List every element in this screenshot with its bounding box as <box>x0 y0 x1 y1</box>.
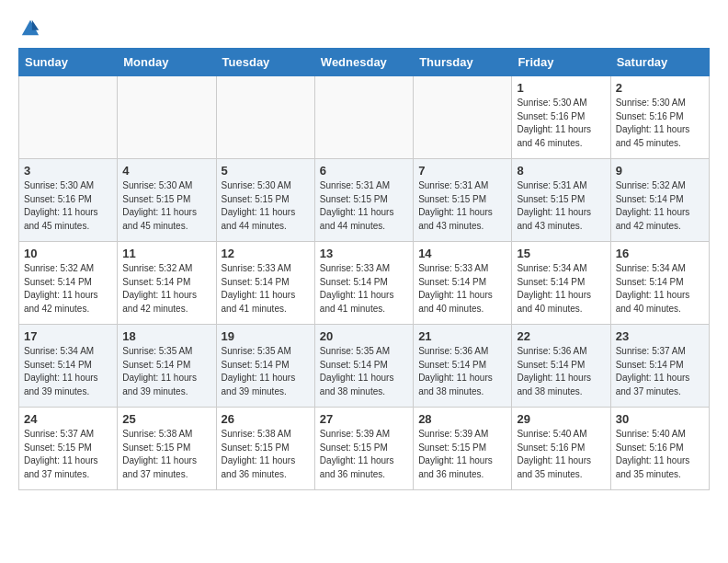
calendar-cell: 10Sunrise: 5:32 AM Sunset: 5:14 PM Dayli… <box>19 242 118 325</box>
calendar-cell: 29Sunrise: 5:40 AM Sunset: 5:16 PM Dayli… <box>512 408 610 490</box>
calendar-cell: 22Sunrise: 5:36 AM Sunset: 5:14 PM Dayli… <box>512 325 610 408</box>
day-number: 3 <box>24 164 112 178</box>
weekday-header: Wednesday <box>314 49 413 76</box>
day-info: Sunrise: 5:36 AM Sunset: 5:14 PM Dayligh… <box>418 345 506 398</box>
day-number: 10 <box>24 247 112 260</box>
day-info: Sunrise: 5:37 AM Sunset: 5:15 PM Dayligh… <box>24 428 112 481</box>
day-info: Sunrise: 5:37 AM Sunset: 5:14 PM Dayligh… <box>616 345 704 398</box>
weekday-header: Monday <box>118 49 216 76</box>
calendar-cell: 5Sunrise: 5:30 AM Sunset: 5:15 PM Daylig… <box>216 159 314 242</box>
weekday-header: Tuesday <box>216 49 314 76</box>
calendar-cell: 16Sunrise: 5:34 AM Sunset: 5:14 PM Dayli… <box>610 242 709 325</box>
day-number: 5 <box>222 164 310 178</box>
calendar-week-row: 10Sunrise: 5:32 AM Sunset: 5:14 PM Dayli… <box>19 242 710 325</box>
day-number: 18 <box>122 329 210 343</box>
day-number: 7 <box>418 164 506 178</box>
day-number: 6 <box>320 164 408 178</box>
calendar-week-row: 1Sunrise: 5:30 AM Sunset: 5:16 PM Daylig… <box>19 76 710 159</box>
calendar-cell: 9Sunrise: 5:32 AM Sunset: 5:14 PM Daylig… <box>610 159 709 242</box>
day-info: Sunrise: 5:32 AM Sunset: 5:14 PM Dayligh… <box>616 179 704 233</box>
calendar-cell: 20Sunrise: 5:35 AM Sunset: 5:14 PM Dayli… <box>314 325 413 408</box>
day-info: Sunrise: 5:35 AM Sunset: 5:14 PM Dayligh… <box>222 345 310 398</box>
weekday-header: Saturday <box>610 49 709 76</box>
calendar-cell: 7Sunrise: 5:31 AM Sunset: 5:15 PM Daylig… <box>414 159 512 242</box>
day-info: Sunrise: 5:40 AM Sunset: 5:16 PM Dayligh… <box>616 428 704 481</box>
day-info: Sunrise: 5:34 AM Sunset: 5:14 PM Dayligh… <box>517 262 605 316</box>
day-info: Sunrise: 5:30 AM Sunset: 5:15 PM Dayligh… <box>122 179 210 233</box>
day-info: Sunrise: 5:38 AM Sunset: 5:15 PM Dayligh… <box>222 428 310 481</box>
day-number: 25 <box>122 412 210 426</box>
calendar-cell: 12Sunrise: 5:33 AM Sunset: 5:14 PM Dayli… <box>216 242 314 325</box>
day-number: 13 <box>320 247 408 260</box>
day-number: 1 <box>517 81 605 95</box>
calendar-cell: 1Sunrise: 5:30 AM Sunset: 5:16 PM Daylig… <box>512 76 610 159</box>
calendar-week-row: 3Sunrise: 5:30 AM Sunset: 5:16 PM Daylig… <box>19 159 710 242</box>
day-number: 26 <box>222 412 310 426</box>
calendar-cell: 30Sunrise: 5:40 AM Sunset: 5:16 PM Dayli… <box>610 408 709 490</box>
day-info: Sunrise: 5:33 AM Sunset: 5:14 PM Dayligh… <box>320 262 408 316</box>
day-number: 4 <box>122 164 210 178</box>
day-number: 28 <box>418 412 506 426</box>
calendar-cell: 18Sunrise: 5:35 AM Sunset: 5:14 PM Dayli… <box>118 325 216 408</box>
calendar-cell: 3Sunrise: 5:30 AM Sunset: 5:16 PM Daylig… <box>19 159 118 242</box>
page-header <box>18 18 710 39</box>
logo <box>18 18 40 39</box>
calendar-week-row: 24Sunrise: 5:37 AM Sunset: 5:15 PM Dayli… <box>19 408 710 490</box>
calendar-cell: 25Sunrise: 5:38 AM Sunset: 5:15 PM Dayli… <box>118 408 216 490</box>
calendar-cell: 13Sunrise: 5:33 AM Sunset: 5:14 PM Dayli… <box>314 242 413 325</box>
day-info: Sunrise: 5:31 AM Sunset: 5:15 PM Dayligh… <box>418 179 506 233</box>
weekday-header: Thursday <box>414 49 512 76</box>
calendar-cell: 19Sunrise: 5:35 AM Sunset: 5:14 PM Dayli… <box>216 325 314 408</box>
calendar-cell: 23Sunrise: 5:37 AM Sunset: 5:14 PM Dayli… <box>610 325 709 408</box>
day-number: 9 <box>616 164 704 178</box>
weekday-header: Sunday <box>19 49 118 76</box>
day-info: Sunrise: 5:31 AM Sunset: 5:15 PM Dayligh… <box>320 179 408 233</box>
calendar-cell: 21Sunrise: 5:36 AM Sunset: 5:14 PM Dayli… <box>414 325 512 408</box>
calendar-cell: 6Sunrise: 5:31 AM Sunset: 5:15 PM Daylig… <box>314 159 413 242</box>
day-number: 14 <box>418 247 506 260</box>
day-number: 29 <box>517 412 605 426</box>
day-number: 23 <box>616 329 704 343</box>
calendar-header-row: SundayMondayTuesdayWednesdayThursdayFrid… <box>19 49 710 76</box>
calendar-cell: 8Sunrise: 5:31 AM Sunset: 5:15 PM Daylig… <box>512 159 610 242</box>
day-number: 8 <box>517 164 605 178</box>
day-number: 20 <box>320 329 408 343</box>
calendar-cell <box>414 76 512 159</box>
day-number: 21 <box>418 329 506 343</box>
calendar-cell <box>314 76 413 159</box>
calendar-cell <box>19 76 118 159</box>
day-number: 12 <box>222 247 310 260</box>
day-number: 27 <box>320 412 408 426</box>
day-number: 17 <box>24 329 112 343</box>
day-info: Sunrise: 5:35 AM Sunset: 5:14 PM Dayligh… <box>122 345 210 398</box>
day-info: Sunrise: 5:33 AM Sunset: 5:14 PM Dayligh… <box>418 262 506 316</box>
day-number: 2 <box>616 81 704 95</box>
calendar-cell: 11Sunrise: 5:32 AM Sunset: 5:14 PM Dayli… <box>118 242 216 325</box>
calendar-cell: 26Sunrise: 5:38 AM Sunset: 5:15 PM Dayli… <box>216 408 314 490</box>
calendar-cell: 2Sunrise: 5:30 AM Sunset: 5:16 PM Daylig… <box>610 76 709 159</box>
calendar-cell: 4Sunrise: 5:30 AM Sunset: 5:15 PM Daylig… <box>118 159 216 242</box>
day-info: Sunrise: 5:35 AM Sunset: 5:14 PM Dayligh… <box>320 345 408 398</box>
day-info: Sunrise: 5:39 AM Sunset: 5:15 PM Dayligh… <box>418 428 506 481</box>
calendar-cell: 24Sunrise: 5:37 AM Sunset: 5:15 PM Dayli… <box>19 408 118 490</box>
day-number: 11 <box>122 247 210 260</box>
calendar-cell <box>118 76 216 159</box>
day-info: Sunrise: 5:40 AM Sunset: 5:16 PM Dayligh… <box>517 428 605 481</box>
day-number: 19 <box>222 329 310 343</box>
day-number: 16 <box>616 247 704 260</box>
weekday-header: Friday <box>512 49 610 76</box>
day-info: Sunrise: 5:30 AM Sunset: 5:16 PM Dayligh… <box>24 179 112 233</box>
day-info: Sunrise: 5:36 AM Sunset: 5:14 PM Dayligh… <box>517 345 605 398</box>
day-info: Sunrise: 5:30 AM Sunset: 5:15 PM Dayligh… <box>222 179 310 233</box>
calendar-week-row: 17Sunrise: 5:34 AM Sunset: 5:14 PM Dayli… <box>19 325 710 408</box>
day-info: Sunrise: 5:39 AM Sunset: 5:15 PM Dayligh… <box>320 428 408 481</box>
day-number: 30 <box>616 412 704 426</box>
calendar-cell <box>216 76 314 159</box>
calendar-table: SundayMondayTuesdayWednesdayThursdayFrid… <box>18 48 710 490</box>
calendar-cell: 15Sunrise: 5:34 AM Sunset: 5:14 PM Dayli… <box>512 242 610 325</box>
day-number: 24 <box>24 412 112 426</box>
day-info: Sunrise: 5:38 AM Sunset: 5:15 PM Dayligh… <box>122 428 210 481</box>
svg-marker-1 <box>32 20 39 30</box>
day-info: Sunrise: 5:32 AM Sunset: 5:14 PM Dayligh… <box>24 262 112 316</box>
logo-icon <box>20 18 40 39</box>
